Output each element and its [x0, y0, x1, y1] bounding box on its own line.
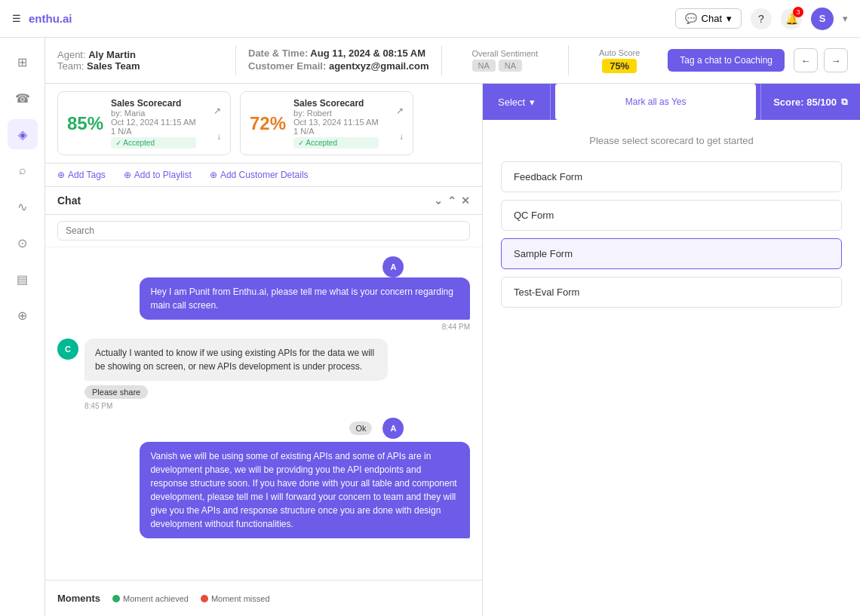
moment-achieved-legend: Moment achieved: [112, 594, 189, 603]
add-playlist-btn[interactable]: ⊕ Add to Playlist: [124, 170, 192, 180]
tags-row: ⊕ Add Tags ⊕ Add to Playlist ⊕ Add Custo…: [45, 164, 482, 187]
chat-header: Chat ⌄ ⌃ ✕: [45, 187, 482, 215]
download-icon-2[interactable]: ↓: [399, 131, 404, 142]
scorecard-2-na: 1 N/A: [293, 127, 379, 136]
navbar: ☰ enthu.ai 💬 Chat ▾ ? 🔔 3 S ▾: [0, 0, 860, 38]
agent-label: Agent:: [57, 49, 86, 60]
customer-avatar-1: C: [57, 339, 78, 360]
overall-sentiment: Overall Sentiment NA NA: [472, 49, 538, 72]
sidebar-item-analytics[interactable]: ∿: [8, 192, 38, 222]
scorecard-option-feedback[interactable]: Feedback Form: [501, 161, 842, 192]
chat-icon: 💬: [685, 13, 697, 24]
tag-coaching-button[interactable]: Tag a chat to Coaching: [668, 49, 785, 72]
chat-search-bar: [45, 215, 482, 247]
scorecard-card-1[interactable]: 85% Sales Scorecard by: Maria Oct 12, 20…: [57, 91, 231, 155]
scorecard-option-qc[interactable]: QC Form: [501, 200, 842, 231]
share-icon-1[interactable]: ↗: [213, 106, 221, 116]
na-badges: NA NA: [472, 60, 538, 72]
sidebar-item-dashboard[interactable]: ◈: [8, 119, 38, 149]
main-layout: ⊞ ☎ ◈ ⌕ ∿ ⊙ ▤ ⊕ Agent: Aly Martin Team: …: [0, 38, 860, 616]
scorecard-1-na: 1 N/A: [111, 127, 196, 136]
help-icon[interactable]: ?: [751, 8, 772, 29]
download-icon-1[interactable]: ↓: [217, 131, 221, 142]
chevron-down-icon[interactable]: ⌄: [434, 195, 443, 207]
select-chevron-icon: ▾: [530, 97, 535, 108]
missed-label: Moment missed: [211, 594, 270, 603]
message-1-time: 8:44 PM: [140, 323, 470, 331]
select-button[interactable]: Select ▾: [483, 84, 551, 120]
email-row: Customer Email: agentxyz@gmail.com: [248, 60, 429, 72]
sentiment-title: Overall Sentiment: [472, 49, 538, 58]
main-content-row: 85% Sales Scorecard by: Maria Oct 12, 20…: [45, 84, 860, 616]
expand-icon[interactable]: ⧉: [841, 97, 848, 107]
scorecard-1-title: Sales Scorecard: [111, 98, 196, 109]
close-chat-icon[interactable]: ✕: [461, 195, 470, 207]
scorecard-1-date: Oct 12, 2024 11:15 AM: [111, 118, 196, 127]
scorecard-list-area: Please select scorecard to get started F…: [483, 120, 860, 616]
chat-nav-button[interactable]: 💬 Chat ▾: [675, 8, 742, 29]
add-tags-btn[interactable]: ⊕ Add Tags: [57, 170, 106, 180]
sidebar-item-home[interactable]: ⊞: [8, 47, 38, 77]
chat-chevron-icon: ▾: [726, 13, 732, 24]
sidebar: ⊞ ☎ ◈ ⌕ ∿ ⊙ ▤ ⊕: [0, 38, 45, 616]
bell-icon[interactable]: 🔔 3: [781, 8, 802, 29]
scorecard-option-testeval[interactable]: Test-Eval Form: [501, 277, 842, 308]
scorecard-toolbar: Select ▾ Mark all as Yes Score: 85/100 ⧉: [483, 84, 860, 120]
app-logo: enthu.ai: [29, 12, 675, 25]
sidebar-item-users[interactable]: ⊕: [8, 300, 38, 330]
date-value: Aug 11, 2024 & 08:15 AM: [310, 48, 425, 59]
plus-icon-3: ⊕: [210, 170, 217, 180]
user-avatar[interactable]: S: [811, 8, 834, 30]
date-label: Date & Time:: [248, 48, 310, 59]
scorecard-1-meta: Sales Scorecard by: Maria Oct 12, 2024 1…: [111, 98, 196, 149]
scorecard-2-title: Sales Scorecard: [293, 98, 379, 109]
scorecard-1-percent: 85%: [67, 113, 103, 133]
chat-header-controls: ⌄ ⌃ ✕: [434, 195, 470, 207]
chat-search-input[interactable]: [57, 221, 470, 241]
scorecard-2-by: by: Robert: [293, 109, 379, 118]
agent-info: Agent: Aly Martin Team: Sales Team: [57, 49, 223, 72]
sidebar-item-calls[interactable]: ☎: [8, 83, 38, 113]
share-icon-2[interactable]: ↗: [396, 106, 404, 116]
scorecard-row: 85% Sales Scorecard by: Maria Oct 12, 20…: [45, 84, 482, 164]
scorecard-card-2[interactable]: 72% Sales Scorecard by: Robert Oct 13, 2…: [240, 91, 413, 155]
user-chevron-icon[interactable]: ▾: [843, 13, 848, 24]
sidebar-item-pipeline[interactable]: ⊙: [8, 228, 38, 258]
na-badge-2: NA: [499, 60, 522, 72]
team-name: Sales Team: [87, 60, 140, 72]
missed-dot: [201, 595, 208, 602]
content-area: Agent: Aly Martin Team: Sales Team Date …: [45, 38, 860, 616]
prev-arrow[interactable]: ←: [794, 48, 818, 72]
navbar-right: 💬 Chat ▾ ? 🔔 3 S ▾: [675, 8, 848, 30]
sidebar-item-document[interactable]: ▤: [8, 264, 38, 294]
message-3-bubble: Vanish we will be using some of existing…: [140, 442, 470, 538]
email-value: agentxyz@gmail.com: [329, 60, 429, 72]
moments-section: Moments Moment achieved Moment missed: [45, 580, 482, 616]
message-2: C Actually I wanted to know if we using …: [57, 339, 388, 410]
auto-score: Auto Score 75%: [599, 48, 640, 73]
please-share-chip: Please share: [84, 385, 148, 399]
right-panel: Select ▾ Mark all as Yes Score: 85/100 ⧉…: [483, 84, 860, 616]
select-label: Select: [498, 97, 525, 108]
next-arrow[interactable]: →: [824, 48, 848, 72]
call-info-header: Agent: Aly Martin Team: Sales Team Date …: [45, 38, 860, 84]
auto-score-title: Auto Score: [599, 48, 640, 57]
mark-all-button[interactable]: Mark all as Yes: [555, 84, 756, 120]
plus-icon-2: ⊕: [124, 170, 131, 180]
scorecard-hint: Please select scorecard to get started: [501, 135, 842, 146]
agent-name: Aly Martin: [88, 49, 136, 60]
ok-chip: Ok: [349, 421, 372, 435]
sentiment-block: Overall Sentiment NA NA Auto Score 75%: [472, 45, 640, 75]
agent-avatar-1: A: [382, 256, 404, 277]
menu-icon[interactable]: ☰: [12, 13, 21, 24]
message-1-bubble: Hey I am Punit from Enthu.ai, please tel…: [140, 277, 470, 320]
scorecard-option-sample[interactable]: Sample Form: [501, 238, 842, 269]
scorecard-2-status: ✓ Accepted: [293, 137, 379, 149]
chat-messages: A Hey I am Punit from Enthu.ai, please t…: [45, 247, 482, 580]
sidebar-item-search[interactable]: ⌕: [8, 155, 38, 185]
add-customer-btn[interactable]: ⊕ Add Customer Details: [210, 170, 309, 180]
na-badge-1: NA: [472, 60, 496, 72]
chevron-up-icon[interactable]: ⌃: [447, 195, 456, 207]
nav-arrows: ← →: [794, 48, 848, 72]
scorecard-1-status: ✓ Accepted: [111, 137, 196, 149]
